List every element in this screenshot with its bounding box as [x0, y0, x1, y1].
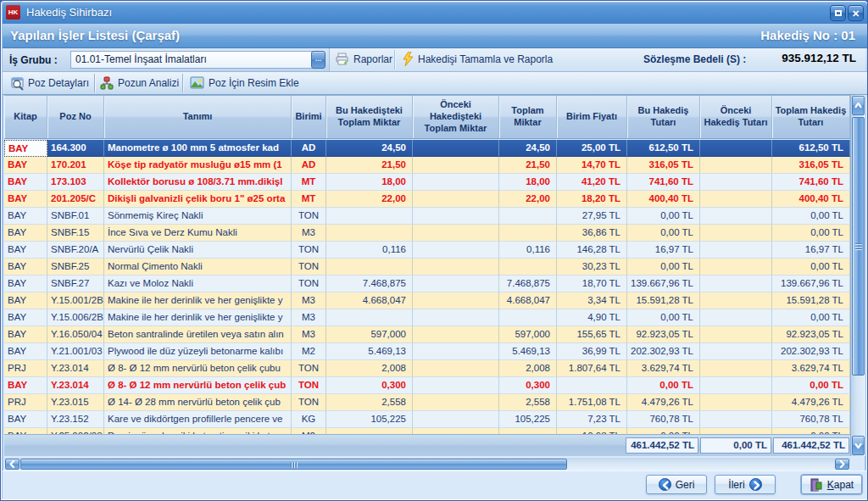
cell[interactable]: 0,00 TL: [627, 309, 700, 326]
close-button[interactable]: ✕: [848, 5, 864, 21]
resim-ekle-button[interactable]: Poz İçin Resim Ekle: [209, 77, 299, 89]
table-row[interactable]: BAYSNBF.01Sönmemiş Kireç NakliTON27,95 T…: [4, 208, 850, 225]
geri-button[interactable]: Geri: [646, 475, 707, 494]
cell[interactable]: BAY: [4, 157, 47, 174]
cell[interactable]: SNBF.27: [47, 276, 104, 292]
cell[interactable]: [700, 157, 772, 174]
cell[interactable]: 0,00 TL: [627, 259, 700, 276]
cell[interactable]: 139.667,96 TL: [772, 276, 850, 292]
cell[interactable]: 760,78 TL: [772, 411, 850, 428]
cell[interactable]: 597,000: [499, 326, 557, 343]
cell[interactable]: Beton santralinde üretilen veya satın al…: [104, 326, 292, 343]
cell[interactable]: Manometre ø 100 mm 5 atmosfer kad: [104, 140, 292, 157]
cell[interactable]: 0,00 TL: [772, 225, 850, 242]
cell[interactable]: BAY: [4, 411, 47, 428]
cell[interactable]: 18,00: [326, 174, 413, 191]
cell[interactable]: Dikişli galvanizli çelik boru 1" ø25 ort…: [104, 191, 292, 208]
cell[interactable]: [700, 428, 772, 434]
column-header[interactable]: Toplam Miktar: [499, 96, 557, 138]
cell[interactable]: [700, 259, 772, 276]
cell[interactable]: [413, 326, 499, 343]
pozun-analizi-button[interactable]: Pozun Analizi: [118, 77, 179, 89]
cell[interactable]: [413, 292, 499, 309]
table-row[interactable]: BAYY.15.001/2BMakine ile her derinlik ve…: [4, 292, 850, 309]
cell[interactable]: Y.25.002/03: [47, 428, 104, 434]
cell[interactable]: 7.468,875: [499, 276, 557, 292]
table-row[interactable]: BAYY.23.014Ø 8- Ø 12 mm nervürlü beton ç…: [4, 377, 850, 394]
cell[interactable]: TON: [292, 276, 326, 292]
cell[interactable]: [700, 208, 772, 225]
cell[interactable]: [700, 411, 772, 428]
cell[interactable]: 4.479,26 TL: [627, 394, 700, 411]
cell[interactable]: [326, 428, 413, 434]
cell[interactable]: 2,008: [326, 360, 413, 377]
column-header[interactable]: Bu Hakediş Tutarı: [627, 96, 700, 138]
table-row[interactable]: BAYY.23.152Kare ve dikdörtgen profillerl…: [4, 411, 850, 428]
cell[interactable]: 21,50: [326, 157, 413, 174]
cell[interactable]: Y.15.001/2B: [47, 292, 104, 309]
cell[interactable]: BAY: [4, 343, 47, 360]
table-row[interactable]: BAY173.103Kollektör borusu ø 108/3.71 mm…: [4, 174, 850, 191]
column-header[interactable]: Toplam Hakediş Tutarı: [772, 96, 850, 138]
cell[interactable]: TON: [292, 259, 326, 276]
cell[interactable]: 3.629,74 TL: [772, 360, 850, 377]
cell[interactable]: TON: [292, 360, 326, 377]
cell[interactable]: 10,93 TL: [557, 428, 627, 434]
cell[interactable]: M3: [292, 292, 326, 309]
cell[interactable]: [499, 309, 557, 326]
cell[interactable]: 316,05 TL: [772, 157, 850, 174]
cell[interactable]: [413, 394, 499, 411]
table-row[interactable]: BAY170.201Köşe tip radyatör musluğu ø15 …: [4, 157, 850, 174]
cell[interactable]: 170.201: [47, 157, 104, 174]
cell[interactable]: BAY: [4, 259, 47, 276]
cell[interactable]: 0,00 TL: [627, 208, 700, 225]
column-header[interactable]: Önceki Hakediş Tutarı: [700, 96, 772, 138]
cell[interactable]: 36,99 TL: [557, 343, 627, 360]
cell[interactable]: [413, 225, 499, 242]
cell[interactable]: 92.923,05 TL: [627, 326, 700, 343]
vertical-scroll-thumb[interactable]: [852, 117, 865, 376]
cell[interactable]: 164.300: [47, 140, 104, 157]
cell[interactable]: 92.923,05 TL: [772, 326, 850, 343]
cell[interactable]: Y.15.006/2B: [47, 309, 104, 326]
cell[interactable]: 612,50 TL: [772, 140, 850, 157]
cell[interactable]: Y.23.014: [47, 360, 104, 377]
horizontal-scrollbar[interactable]: [4, 458, 850, 470]
table-row[interactable]: BAYY.21.001/03Plywood ile düz yüzeyli be…: [4, 343, 850, 360]
cell[interactable]: Y.23.152: [47, 411, 104, 428]
scroll-right-button[interactable]: [835, 459, 849, 470]
cell[interactable]: BAY: [4, 309, 47, 326]
cell[interactable]: 201.205/C: [47, 191, 104, 208]
cell[interactable]: 1.807,64 TL: [557, 360, 627, 377]
cell[interactable]: 14,70 TL: [557, 157, 627, 174]
column-header[interactable]: Birim Fiyatı: [557, 96, 627, 138]
cell[interactable]: 0,00 TL: [772, 259, 850, 276]
cell[interactable]: 18,20 TL: [557, 191, 627, 208]
cell[interactable]: TON: [292, 242, 326, 259]
cell[interactable]: 16,97 TL: [772, 242, 850, 259]
cell[interactable]: Ø 14- Ø 28 mm nervürlü beton çelik çub: [104, 394, 292, 411]
column-header[interactable]: Bu Hakedişteki Toplam Miktar: [326, 96, 413, 138]
cell[interactable]: M3: [292, 225, 326, 242]
cell[interactable]: MT: [292, 191, 326, 208]
cell[interactable]: 0,300: [326, 377, 413, 394]
cell[interactable]: 612,50 TL: [627, 140, 700, 157]
cell[interactable]: 22,00: [499, 191, 557, 208]
column-header[interactable]: Poz No: [47, 96, 104, 138]
cell[interactable]: Makine ile her derinlik ve her genişlikt…: [104, 292, 292, 309]
cell[interactable]: 2,558: [326, 394, 413, 411]
cell[interactable]: BAY: [4, 276, 47, 292]
cell[interactable]: Makine ile her derinlik ve her genişlikt…: [104, 309, 292, 326]
cell[interactable]: Y.16.050/04: [47, 326, 104, 343]
cell[interactable]: 202.302,93 TL: [627, 343, 700, 360]
cell[interactable]: 7,23 TL: [557, 411, 627, 428]
cell[interactable]: KG: [292, 411, 326, 428]
cell[interactable]: 741,60 TL: [627, 174, 700, 191]
cell[interactable]: [700, 326, 772, 343]
horizontal-scroll-thumb[interactable]: [20, 459, 567, 470]
scroll-up-button[interactable]: [852, 96, 865, 115]
cell[interactable]: 202.302,93 TL: [772, 343, 850, 360]
column-header[interactable]: Kitap: [4, 96, 47, 138]
cell[interactable]: PRJ: [4, 360, 47, 377]
cell[interactable]: 22,00: [326, 191, 413, 208]
